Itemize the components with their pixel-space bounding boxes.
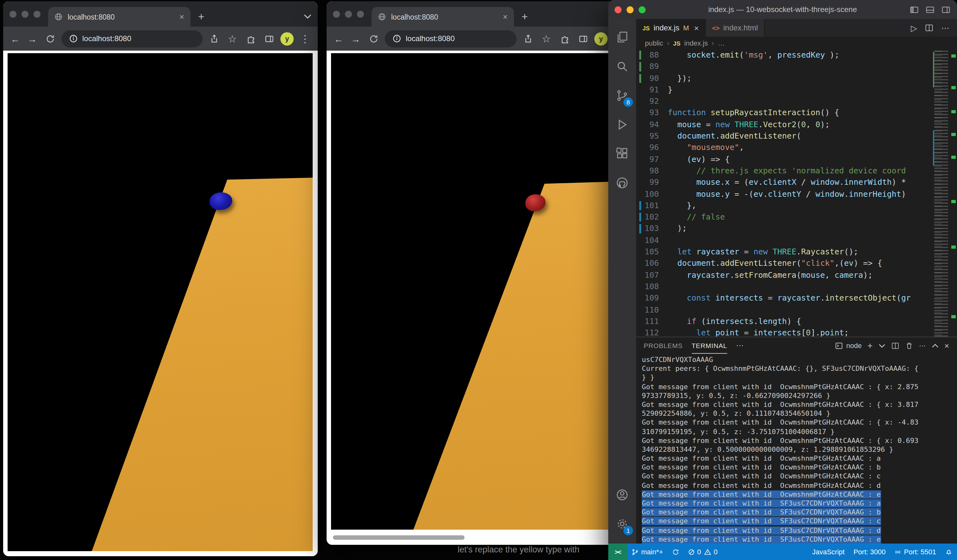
activity-run-debug[interactable] — [608, 110, 636, 139]
code-area[interactable]: socket.emit('msg', pressedKey ); });}fun… — [668, 49, 933, 337]
line-number[interactable]: 95 — [636, 130, 659, 142]
browser-tab[interactable]: localhost:8080 × — [371, 7, 514, 27]
line-number[interactable]: 104 — [636, 235, 659, 246]
line-number[interactable]: 110 — [636, 304, 659, 316]
line-number[interactable]: 91 — [636, 84, 659, 96]
horizontal-scrollbar[interactable] — [333, 535, 465, 540]
reload-button[interactable] — [366, 32, 381, 46]
line-number[interactable]: 105 — [636, 246, 659, 258]
minimize-window-button[interactable] — [22, 11, 28, 17]
sync-button[interactable] — [668, 548, 683, 555]
line-number[interactable]: 88 — [636, 49, 659, 61]
run-file-button[interactable]: ▷ — [911, 23, 917, 33]
site-info-icon[interactable] — [392, 34, 401, 43]
split-terminal-icon[interactable] — [891, 341, 899, 350]
tab-index-js[interactable]: JS index.js M × — [636, 19, 706, 37]
line-number[interactable]: 89 — [636, 61, 659, 73]
split-editor-icon[interactable] — [925, 24, 933, 32]
tab-terminal[interactable]: TERMINAL — [692, 337, 727, 354]
minimize-window-button[interactable] — [345, 11, 352, 17]
breadcrumb-more[interactable]: … — [718, 39, 725, 47]
toggle-sidebar-icon[interactable] — [910, 5, 919, 14]
line-number[interactable]: 100 — [636, 188, 659, 200]
line-number[interactable]: 90 — [636, 73, 659, 84]
back-button[interactable]: ← — [332, 34, 345, 43]
line-number[interactable]: 96 — [636, 142, 659, 154]
terminal-output[interactable]: usC7CDNrVQXToAAAGCurrent peers: { Ocwmsh… — [636, 354, 957, 544]
side-panel-button[interactable] — [576, 32, 590, 46]
threejs-canvas[interactable] — [8, 53, 313, 551]
line-number[interactable]: 109 — [636, 292, 659, 304]
language-mode[interactable]: JavaScript — [808, 548, 849, 555]
close-window-button[interactable] — [333, 11, 340, 17]
line-number[interactable]: 99 — [636, 177, 659, 189]
title-bar[interactable]: index.js — 10-websocket-with-threejs-sce… — [608, 0, 957, 19]
line-number[interactable]: 112 — [636, 327, 659, 337]
toggle-secondary-sidebar-icon[interactable] — [941, 5, 951, 14]
forward-button[interactable]: → — [349, 34, 362, 43]
extensions-puzzle-button[interactable] — [244, 32, 257, 46]
panel-more-tabs-button[interactable]: ⋯ — [736, 341, 744, 350]
port-5501-item[interactable]: Port: 5501 — [890, 548, 941, 555]
line-number[interactable]: 111 — [636, 316, 659, 327]
line-number[interactable]: 106 — [636, 258, 659, 270]
bookmark-button[interactable]: ☆ — [539, 32, 553, 46]
line-number[interactable]: 92 — [636, 96, 659, 107]
new-tab-button[interactable]: + — [521, 11, 528, 22]
activity-github[interactable] — [608, 168, 636, 197]
tab-problems[interactable]: PROBLEMS — [644, 337, 683, 354]
minimap[interactable] — [933, 49, 957, 337]
bookmark-button[interactable]: ☆ — [225, 32, 239, 46]
settings-button[interactable]: 1 — [608, 510, 636, 538]
line-number[interactable]: 101 — [636, 200, 659, 212]
zoom-window-button[interactable] — [33, 11, 41, 17]
account-button[interactable] — [608, 480, 636, 510]
remote-indicator[interactable]: >< — [608, 544, 627, 560]
activity-explorer[interactable] — [608, 23, 636, 52]
close-tab-icon[interactable]: × — [179, 13, 184, 21]
address-bar[interactable]: localhost:8080 — [62, 30, 202, 47]
share-button[interactable] — [521, 32, 535, 46]
line-number[interactable]: 102 — [636, 211, 659, 223]
side-panel-button[interactable] — [262, 32, 276, 46]
code-editor[interactable]: 8889909192939495969798991001011021031041… — [636, 49, 957, 337]
line-number[interactable]: 103 — [636, 223, 659, 235]
line-number[interactable]: 108 — [636, 281, 659, 293]
new-terminal-button[interactable]: + — [867, 341, 873, 350]
notifications-button[interactable] — [941, 548, 957, 555]
toggle-panel-icon[interactable] — [925, 5, 935, 14]
activity-search[interactable] — [608, 52, 636, 81]
terminal-dropdown-chevron-icon[interactable] — [878, 343, 886, 348]
breadcrumb-folder[interactable]: public — [645, 39, 663, 47]
new-tab-button[interactable]: + — [198, 11, 204, 22]
address-bar[interactable]: localhost:8080 — [385, 30, 516, 47]
line-number[interactable]: 94 — [636, 119, 659, 131]
browser-tab[interactable]: localhost:8080 × — [48, 7, 191, 27]
line-number[interactable]: 97 — [636, 153, 659, 165]
activity-source-control[interactable]: 8 — [608, 81, 636, 110]
tab-search-chevron-icon[interactable] — [304, 14, 311, 19]
close-window-button[interactable] — [9, 11, 16, 17]
activity-extensions[interactable] — [608, 139, 636, 168]
back-button[interactable]: ← — [9, 34, 22, 43]
close-tab-icon[interactable]: × — [694, 23, 699, 33]
browser-menu-button[interactable]: ⋮ — [298, 32, 312, 46]
kill-terminal-trash-icon[interactable] — [905, 341, 913, 350]
maximize-panel-chevron-icon[interactable] — [932, 343, 939, 348]
site-info-icon[interactable] — [69, 34, 78, 43]
profile-avatar[interactable]: y — [280, 32, 294, 45]
breadcrumb[interactable]: public › JS index.js › … — [636, 37, 957, 49]
tab-index-html[interactable]: <> index.html — [706, 19, 765, 37]
line-number[interactable]: 98 — [636, 165, 659, 177]
more-actions-button[interactable]: ⋯ — [941, 23, 949, 33]
close-tab-icon[interactable]: × — [503, 13, 508, 21]
profile-avatar[interactable]: y — [594, 32, 608, 45]
terminal-more-button[interactable]: ⋯ — [919, 342, 926, 349]
git-branch-item[interactable]: main*+ — [627, 548, 668, 555]
breadcrumb-file[interactable]: index.js — [684, 39, 708, 47]
reload-button[interactable] — [43, 32, 57, 46]
forward-button[interactable]: → — [26, 34, 39, 43]
zoom-window-button[interactable] — [357, 11, 364, 17]
extensions-puzzle-button[interactable] — [557, 32, 572, 46]
threejs-canvas[interactable] — [331, 53, 608, 530]
